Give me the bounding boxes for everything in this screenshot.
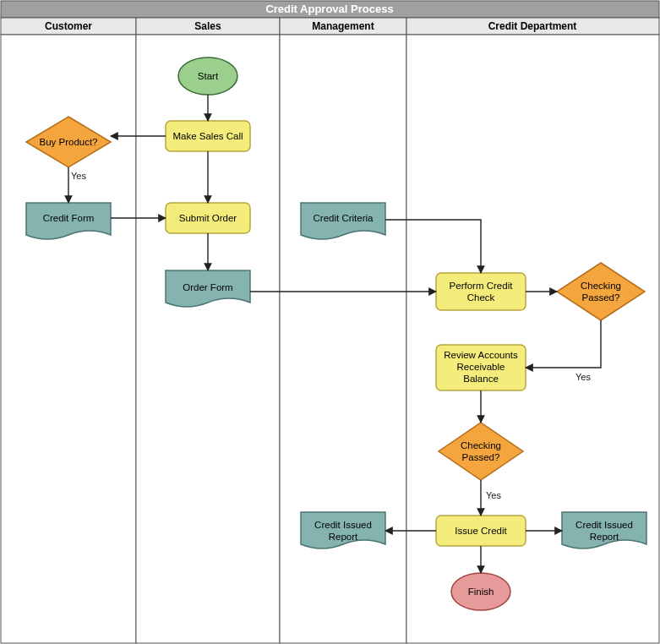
node-buy-product-label: Buy Product? <box>39 137 97 147</box>
node-report-right-l2: Report <box>590 532 619 542</box>
node-credit-criteria-label: Credit Criteria <box>314 213 374 223</box>
node-report-left-l2: Report <box>329 532 358 542</box>
edge-check1-yes-label: Yes <box>575 372 591 382</box>
lane-body-credit <box>406 35 659 643</box>
node-issue-credit-label: Issue Credit <box>455 526 507 536</box>
node-submit-order-label: Submit Order <box>179 213 237 223</box>
edge-check2-yes-label: Yes <box>486 490 501 500</box>
edge-buyproduct-yes-label: Yes <box>71 171 86 181</box>
node-make-sales-call-label: Make Sales Call <box>172 131 243 141</box>
lane-label-customer: Customer <box>45 20 92 32</box>
node-checking-passed-2-l2: Passed? <box>462 452 500 462</box>
node-finish-label: Finish <box>468 587 494 597</box>
node-review-l1: Review Accounts <box>444 350 518 360</box>
node-report-right-l1: Credit Issued <box>575 520 633 530</box>
node-report-left-l1: Credit Issued <box>314 520 372 530</box>
lane-label-credit: Credit Department <box>488 20 577 32</box>
lane-label-sales: Sales <box>194 20 221 32</box>
node-checking-passed-1-l1: Checking <box>581 281 621 291</box>
node-perform-credit-check-l2: Check <box>467 292 495 303</box>
swimlane-diagram: Credit Approval Process Customer Sales M… <box>0 0 660 644</box>
lane-body-management <box>280 35 406 643</box>
node-order-form-label: Order Form <box>183 282 232 292</box>
node-review-l3: Balance <box>463 374 499 384</box>
node-start-label: Start <box>198 71 219 81</box>
node-credit-form-label: Credit Form <box>43 213 95 223</box>
lane-label-management: Management <box>312 20 374 32</box>
diagram-title: Credit Approval Process <box>265 3 393 15</box>
node-checking-passed-2-l1: Checking <box>461 440 501 450</box>
node-perform-credit-check-l1: Perform Credit <box>450 281 514 291</box>
node-review-l2: Receivable <box>457 362 505 372</box>
node-checking-passed-1-l2: Passed? <box>582 292 620 303</box>
node-perform-credit-check <box>436 273 526 310</box>
